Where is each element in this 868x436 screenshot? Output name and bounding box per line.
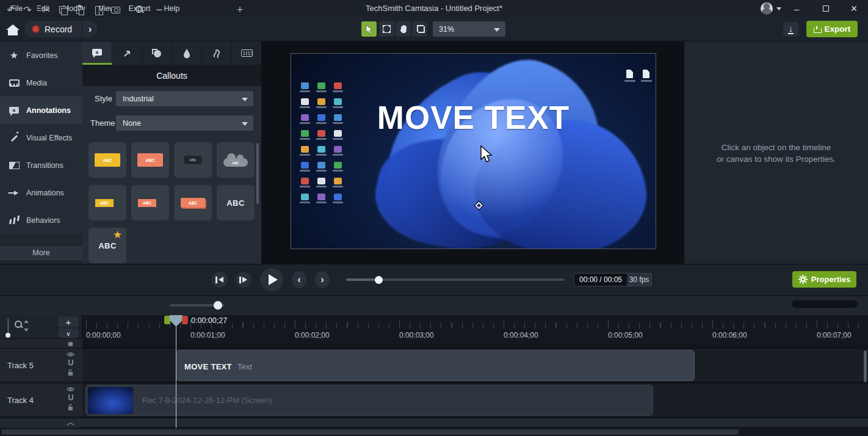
collapse-tracks-button[interactable]: ∨ — [59, 329, 78, 338]
clip-move-text[interactable]: MOVE TEXT Text — [176, 350, 695, 381]
tab-callouts[interactable]: a — [82, 42, 112, 65]
export-label: Export — [825, 24, 851, 34]
transform-tool-button[interactable] — [379, 21, 394, 37]
track-row-5: MOVE TEXT Text Track 5 — [0, 348, 868, 382]
track-height-handle[interactable] — [5, 333, 10, 338]
arrow-tab-icon — [122, 48, 132, 58]
jump-forward-button[interactable]: › — [315, 271, 330, 288]
eye-icon[interactable] — [67, 352, 74, 357]
sidebar-item-annotations[interactable]: a Annotations — [0, 96, 82, 124]
timeline-hscrollbar-track[interactable] — [0, 428, 868, 436]
canvas-text-object[interactable]: MOVE TEXT — [377, 99, 570, 136]
canvas-stage: MOVE TEXT — [261, 42, 684, 264]
magnet-icon[interactable] — [67, 360, 74, 366]
playhead-line[interactable] — [176, 315, 176, 428]
undo-button[interactable]: ↶ — [4, 2, 18, 17]
sidebar-item-visual-effects[interactable]: Visual Effects — [0, 124, 82, 151]
sidebar: ★ Favorites Media a Annotations Visual E… — [0, 42, 82, 264]
sidebar-item-behaviors[interactable]: Behaviors — [0, 206, 82, 234]
callout-tile-rect-orange[interactable]: ABC — [174, 185, 212, 220]
pan-tool-button[interactable] — [396, 21, 411, 37]
callout-tile-speech-orange[interactable]: ABC — [131, 142, 169, 178]
style-label: Style — [95, 94, 112, 103]
desktop-icon — [301, 178, 309, 184]
timeline-zoom-button[interactable] — [132, 2, 147, 17]
copy-icon — [59, 6, 67, 14]
ruler-label: 0:00:03;00 — [399, 331, 434, 340]
canvas-preview[interactable]: MOVE TEXT — [291, 53, 656, 249]
account-caret-icon[interactable] — [776, 7, 781, 10]
minimize-button[interactable]: – — [786, 0, 807, 17]
clip-type-label: Text — [237, 362, 252, 371]
playhead-time: 0:00:00;27 — [191, 316, 227, 325]
clip-screen-recording[interactable]: Rec 7-8-2024-12-26-12-PM (Screen) — [85, 385, 653, 416]
select-tool-button[interactable] — [361, 21, 377, 37]
sidebar-item-animations[interactable]: Animations — [0, 179, 82, 206]
export-button[interactable]: Export — [806, 21, 858, 37]
account-avatar[interactable] — [761, 2, 773, 15]
sidebar-more-button[interactable]: More — [0, 246, 82, 260]
tab-keystrokes[interactable] — [232, 42, 261, 65]
track4-header[interactable]: Track 4 — [0, 383, 82, 417]
cut-button[interactable]: ✂ — [39, 2, 54, 17]
previous-frame-button[interactable] — [212, 272, 228, 288]
jump-back-button[interactable]: ‹ — [292, 271, 306, 288]
style-dropdown[interactable]: Industrial — [116, 91, 253, 106]
track4-content[interactable]: Rec 7-8-2024-12-26-12-PM (Screen) — [82, 383, 868, 417]
track-height-slider[interactable] — [7, 318, 9, 333]
lock-icon[interactable] — [67, 369, 74, 376]
redo-button[interactable]: ↷ — [20, 2, 35, 17]
paste-button[interactable] — [72, 2, 87, 17]
sidebar-item-favorites[interactable]: ★ Favorites — [0, 42, 82, 69]
chevron-down-icon — [242, 122, 248, 126]
download-button[interactable]: ↓ — [783, 22, 798, 37]
callout-tile-arrow-yellow[interactable]: ABC — [89, 185, 126, 220]
track5-content[interactable]: MOVE TEXT Text — [82, 348, 868, 382]
close-button[interactable]: × — [844, 0, 864, 17]
split-button[interactable] — [92, 2, 106, 17]
playhead-in-handle[interactable] — [164, 316, 170, 324]
panel-scrollbar[interactable] — [256, 143, 259, 204]
crop-tool-button[interactable] — [412, 21, 427, 37]
sidebar-item-media[interactable]: Media — [0, 69, 82, 96]
properties-button[interactable]: Properties — [792, 271, 856, 288]
callout-tile-dark-rect[interactable]: ABC — [174, 142, 212, 178]
magnet-icon[interactable] — [67, 394, 74, 401]
callout-tile-speech-yellow[interactable]: ABC — [89, 142, 126, 178]
lock-icon — [67, 341, 74, 346]
zoom-out-button[interactable]: − — [152, 2, 167, 17]
callout-tile-arrow-orange[interactable]: ABC — [131, 185, 169, 220]
track-name: Track 5 — [7, 361, 34, 370]
timeline-hscrollbar-handle[interactable] — [1, 429, 739, 435]
zoom-in-button[interactable]: + — [233, 2, 247, 17]
add-track-button[interactable]: + — [59, 316, 78, 327]
scrubber-knob[interactable] — [375, 276, 383, 284]
lock-icon[interactable] — [67, 404, 74, 411]
sidebar-item-transitions[interactable]: Transitions — [0, 151, 82, 179]
snapshot-button[interactable] — [108, 2, 123, 17]
eye-icon[interactable] — [67, 387, 74, 392]
timeline-zoom-handle[interactable] — [214, 301, 222, 310]
track5-header[interactable]: Track 5 — [0, 348, 82, 382]
callout-tile-cloud[interactable]: ABC — [217, 142, 255, 178]
timeline-mini-scrollbar[interactable] — [792, 300, 858, 308]
record-button[interactable]: Record — [24, 21, 81, 37]
tab-blur[interactable] — [172, 42, 202, 65]
maximize-button[interactable] — [816, 0, 836, 17]
desktop-document-icon — [643, 70, 649, 78]
transition-icon — [9, 162, 20, 169]
tab-shapes[interactable] — [142, 42, 172, 65]
playhead-out-handle[interactable] — [182, 316, 188, 324]
copy-button[interactable] — [56, 2, 70, 17]
callout-tile-text[interactable]: ABC — [217, 185, 255, 220]
tab-arrows[interactable] — [112, 42, 142, 65]
desktop-icon — [317, 82, 325, 89]
next-frame-button[interactable] — [236, 272, 251, 288]
timeline-vscrollbar-handle[interactable] — [864, 351, 867, 382]
home-icon[interactable] — [6, 24, 20, 35]
play-button[interactable] — [260, 268, 283, 291]
canvas-zoom-dropdown[interactable]: 31% — [433, 21, 505, 37]
tab-sketch[interactable] — [202, 42, 232, 65]
theme-dropdown[interactable]: None — [116, 115, 253, 131]
callout-tile-text-favorite[interactable]: ABC ★ — [89, 228, 126, 263]
